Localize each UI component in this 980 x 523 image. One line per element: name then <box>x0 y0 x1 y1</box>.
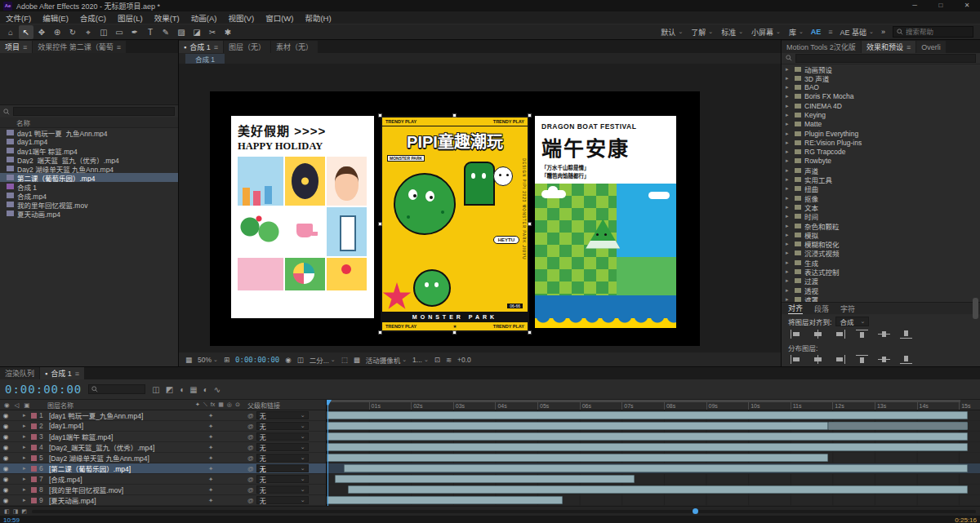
motion-blur-icon[interactable]: ◐ <box>203 385 208 394</box>
layer-row[interactable]: ◉▸3[day1端午 粽篮.mp4]✦@无⌄ <box>0 432 326 442</box>
layer-switches[interactable]: ✦ <box>205 486 247 494</box>
project-search-input[interactable] <box>13 107 175 116</box>
tab-align[interactable]: 对齐 <box>788 303 803 314</box>
project-list-header[interactable]: 名称 <box>0 117 178 128</box>
layer-label-color[interactable] <box>31 413 39 419</box>
layer-track[interactable] <box>327 474 980 485</box>
effects-category[interactable]: ▸文本 <box>782 202 980 211</box>
effects-category[interactable]: ▸抠像 <box>782 193 980 202</box>
layer-track[interactable] <box>327 432 980 442</box>
pickwhip-icon[interactable]: @ <box>247 444 254 451</box>
current-time-display[interactable]: 0:00:00:00 <box>5 383 82 396</box>
layer-label-color[interactable] <box>31 487 39 493</box>
tab-overlord[interactable]: Overli <box>916 41 946 53</box>
project-item[interactable]: day1端午 粽篮.mp4 <box>0 146 178 155</box>
layer-switches[interactable]: ✦ <box>205 412 247 419</box>
panel-menu-icon[interactable]: ≡ <box>117 43 121 51</box>
composition-viewer[interactable]: 美好假期 >>>> HAPPY HOLIDAY <box>179 64 781 352</box>
parent-dropdown[interactable]: 无⌄ <box>256 443 309 451</box>
layer-track[interactable] <box>327 485 980 495</box>
timeline-search[interactable] <box>88 384 145 394</box>
effects-category[interactable]: ▸RG Trapcode <box>782 148 980 157</box>
workspace-item[interactable]: 了解⌄ <box>691 27 713 38</box>
layer-duration-bar[interactable] <box>335 475 634 483</box>
name-column-header[interactable]: 名称 <box>16 117 30 127</box>
selection-handle[interactable] <box>452 113 457 117</box>
tab-timeline-comp[interactable]: ▪ 合成 1 ≡ <box>40 367 84 379</box>
layer-duration-bar[interactable] <box>828 422 967 430</box>
selection-handle[interactable] <box>528 330 532 335</box>
layer-switches[interactable]: ✦ <box>205 454 247 462</box>
project-item[interactable]: 第二课（葡萄乐园）.mp4 <box>0 173 178 182</box>
magnification-icon[interactable]: ▦ <box>185 356 192 364</box>
layer-row[interactable]: ◉▸9[夏天动画.mp4]✦@无⌄ <box>0 495 326 506</box>
chevron-right-icon[interactable]: ▸ <box>23 433 31 440</box>
effects-category[interactable]: ▸生成 <box>782 258 980 267</box>
layer-switches[interactable]: ✦ <box>205 444 247 451</box>
visibility-icon[interactable]: ◉ <box>0 454 11 462</box>
show-snapshot-icon[interactable]: ◫ <box>297 356 304 364</box>
workspace-item[interactable]: 标准⌄ <box>721 27 743 38</box>
eraser-tool[interactable]: ◪ <box>189 25 204 39</box>
panel-menu-icon[interactable]: ≡ <box>214 43 218 51</box>
expand-columns-icon[interactable]: ◧ <box>4 508 10 515</box>
close-button[interactable]: ✕ <box>954 0 980 11</box>
workspace-overflow-button[interactable]: » <box>881 28 885 36</box>
resolution-dropdown[interactable]: 二分... ⌄ <box>310 355 336 365</box>
composition-canvas[interactable]: 美好假期 >>>> HAPPY HOLIDAY <box>210 91 700 346</box>
chevron-right-icon[interactable]: ▸ <box>23 465 31 472</box>
visibility-icon[interactable]: ◉ <box>0 486 11 494</box>
workspace-ae-basic[interactable]: AE 基础 ⌄ <box>840 27 874 38</box>
distribute-horizontal-center-icon[interactable] <box>878 355 890 364</box>
chevron-right-icon[interactable]: ▸ <box>23 454 31 461</box>
minimize-button[interactable]: ─ <box>902 0 928 11</box>
project-item[interactable]: 我的里年回忆视篮.mov <box>0 200 178 209</box>
viewer-time-display[interactable]: 0:00:00:00 <box>235 356 279 364</box>
layer-track[interactable] <box>327 421 980 432</box>
pan-behind-tool[interactable]: ◫ <box>96 25 111 39</box>
parent-dropdown[interactable]: 无⌄ <box>256 496 309 504</box>
effects-category[interactable]: ▸Rowbyte <box>782 157 980 166</box>
poster-pipi-selected[interactable]: TRENDY PLAY TRENDY PLAY PIPI童趣潮玩 MONSTER… <box>381 116 529 332</box>
effects-category[interactable]: ▸Keying <box>782 110 980 119</box>
shy-layers-icon[interactable]: ◖ <box>179 385 184 394</box>
scrollbar-handle[interactable] <box>693 508 698 514</box>
layer-track[interactable] <box>327 453 980 463</box>
tab-footage[interactable]: 素材（无） <box>271 41 318 53</box>
layer-label-color[interactable] <box>31 498 39 503</box>
selection-handle[interactable] <box>528 222 532 226</box>
tab-project[interactable]: 项目 ≡ <box>0 41 32 53</box>
pickwhip-icon[interactable]: @ <box>247 412 254 419</box>
expand-switches-icon[interactable]: ◨ <box>13 508 19 515</box>
menu-item[interactable]: 帮助(H) <box>299 12 336 24</box>
view-layout-dropdown[interactable]: 1... ⌄ <box>412 356 429 364</box>
layer-switches[interactable]: ✦ <box>205 423 247 430</box>
help-search-input[interactable] <box>906 28 969 36</box>
visibility-icon[interactable]: ◉ <box>0 412 11 419</box>
tab-composition[interactable]: ▪ 合成 1 ≡ <box>179 41 223 53</box>
chevron-right-icon[interactable]: ▸ <box>23 497 31 503</box>
zoom-dropdown[interactable]: 50% ⌄ <box>198 356 218 364</box>
layer-duration-bar[interactable] <box>344 464 968 472</box>
brush-tool[interactable]: ✎ <box>158 25 173 39</box>
tab-paragraph[interactable]: 段落 <box>814 304 829 314</box>
chevron-right-icon[interactable]: ▸ <box>23 412 31 419</box>
effects-category[interactable]: ▸模拟 <box>782 230 980 239</box>
layer-row[interactable]: ◉▸5[Day2 湖缘单天篮 九鱼Ann.mp4]✦@无⌄ <box>0 453 326 463</box>
workspace-item[interactable]: 默认⌄ <box>661 27 683 38</box>
effects-category[interactable]: ▸Boris FX Mocha <box>782 92 980 101</box>
tab-motion-tools[interactable]: Motion Tools 2汉化版 <box>782 41 861 53</box>
effects-category[interactable]: ▸声道 <box>782 166 980 175</box>
visibility-icon[interactable]: ◉ <box>0 433 11 441</box>
effects-category[interactable]: ▸实用工具 <box>782 175 980 184</box>
horizontal-scrollbar[interactable] <box>32 510 976 513</box>
maximize-button[interactable]: □ <box>928 0 954 11</box>
shape-tool[interactable]: ▭ <box>112 25 127 39</box>
menu-item[interactable]: 窗口(W) <box>260 12 299 24</box>
visibility-icon[interactable]: ◉ <box>0 476 11 483</box>
effects-category[interactable]: ▸CINEMA 4D <box>782 101 980 110</box>
layer-label-color[interactable] <box>31 466 39 472</box>
effects-category[interactable]: ▸杂色和颗粒 <box>782 221 980 230</box>
distribute-bottom-icon[interactable] <box>834 355 846 364</box>
layer-name-column-header[interactable]: 图层名称 <box>47 401 195 410</box>
